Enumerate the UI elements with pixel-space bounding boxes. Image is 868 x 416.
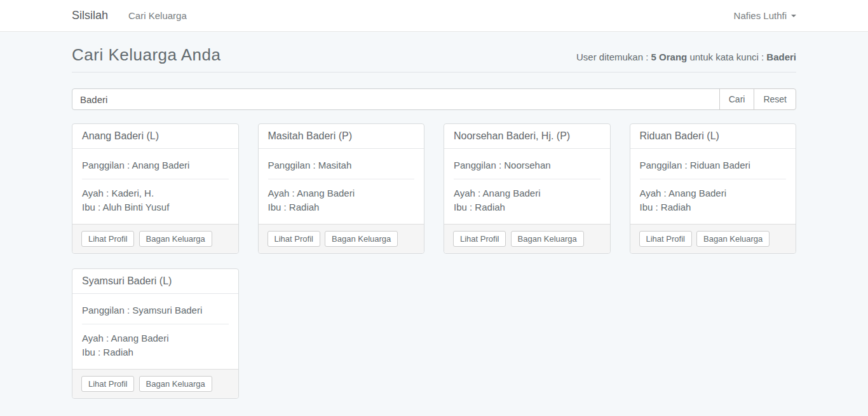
- divider: [454, 179, 600, 179]
- person-card: Riduan Baderi (L) Panggilan : Riduan Bad…: [630, 123, 797, 254]
- family-chart-button[interactable]: Bagan Keluarga: [325, 231, 398, 247]
- family-chart-button[interactable]: Bagan Keluarga: [139, 231, 212, 247]
- mother-value: Radiah: [661, 202, 691, 212]
- father-label: Ayah :: [640, 188, 669, 198]
- mother-label: Ibu :: [82, 347, 103, 357]
- person-card: Syamsuri Baderi (L) Panggilan : Syamsuri…: [72, 268, 239, 399]
- person-card-header: Noorsehan Baderi, Hj. (P): [444, 124, 610, 149]
- person-name: Riduan Baderi (L): [640, 130, 719, 141]
- mother-value: Radiah: [103, 347, 133, 357]
- nickname-value: Anang Baderi: [132, 160, 189, 170]
- nav-link-cari-keluarga[interactable]: Cari Keluarga: [128, 10, 187, 21]
- nickname-label: Panggilan :: [268, 160, 318, 170]
- mother-value: Radiah: [475, 202, 505, 212]
- person-card-footer: Lihat Profil Bagan Keluarga: [72, 369, 238, 398]
- family-chart-button[interactable]: Bagan Keluarga: [696, 231, 770, 247]
- nickname-label: Panggilan :: [454, 160, 504, 170]
- father-value: Anang Baderi: [668, 188, 726, 198]
- search-reset-button[interactable]: Reset: [754, 88, 796, 110]
- search-input[interactable]: [72, 88, 720, 110]
- result-summary-middle: untuk kata kunci :: [687, 52, 766, 62]
- mother-label: Ibu :: [82, 202, 103, 212]
- mother-label: Ibu :: [268, 202, 289, 212]
- user-name: Nafies Luthfi: [734, 10, 787, 21]
- person-card: Anang Baderi (L) Panggilan : Anang Bader…: [72, 123, 239, 254]
- result-summary-prefix: User ditemukan :: [576, 52, 651, 62]
- navbar-right: Nafies Luthfi: [734, 10, 796, 21]
- results-grid: Anang Baderi (L) Panggilan : Anang Bader…: [72, 123, 796, 416]
- father-value: Kaderi, H.: [111, 188, 154, 198]
- nickname-label: Panggilan :: [82, 160, 132, 170]
- user-menu[interactable]: Nafies Luthfi: [734, 10, 796, 21]
- person-card-footer: Lihat Profil Bagan Keluarga: [72, 224, 238, 253]
- mother-value: Radiah: [289, 202, 320, 212]
- divider: [82, 179, 229, 179]
- person-card-header: Riduan Baderi (L): [630, 124, 796, 149]
- father-label: Ayah :: [82, 333, 111, 343]
- result-summary: User ditemukan : 5 Orang untuk kata kunc…: [576, 52, 796, 62]
- person-card: Noorsehan Baderi, Hj. (P) Panggilan : No…: [444, 123, 611, 254]
- person-card-footer: Lihat Profil Bagan Keluarga: [444, 224, 610, 253]
- family-chart-button[interactable]: Bagan Keluarga: [511, 231, 584, 247]
- father-value: Anang Baderi: [297, 188, 355, 198]
- page-header: Cari Keluarga Anda User ditemukan : 5 Or…: [72, 45, 796, 73]
- divider: [268, 179, 415, 179]
- father-label: Ayah :: [454, 188, 483, 198]
- father-label: Ayah :: [268, 188, 297, 198]
- view-profile-button[interactable]: Lihat Profil: [268, 231, 320, 247]
- brand-link[interactable]: Silsilah: [72, 9, 108, 22]
- mother-label: Ibu :: [640, 202, 661, 212]
- person-name: Masitah Baderi (P): [268, 130, 353, 141]
- father-value: Anang Baderi: [111, 333, 169, 343]
- result-keyword: Baderi: [766, 52, 796, 62]
- view-profile-button[interactable]: Lihat Profil: [639, 231, 692, 247]
- search-submit-button[interactable]: Cari: [719, 88, 755, 110]
- view-profile-button[interactable]: Lihat Profil: [81, 231, 134, 247]
- result-count: 5 Orang: [651, 52, 688, 62]
- person-card: Masitah Baderi (P) Panggilan : Masitah A…: [258, 123, 425, 254]
- person-card-header: Masitah Baderi (P): [259, 124, 424, 149]
- search-bar: Cari Reset: [72, 88, 796, 110]
- person-card-header: Syamsuri Baderi (L): [72, 269, 238, 294]
- person-name: Noorsehan Baderi, Hj. (P): [454, 130, 570, 141]
- father-label: Ayah :: [82, 188, 111, 198]
- mother-label: Ibu :: [454, 202, 475, 212]
- nickname-value: Noorsehan: [504, 160, 550, 170]
- nickname-label: Panggilan :: [82, 305, 132, 315]
- view-profile-button[interactable]: Lihat Profil: [453, 231, 506, 247]
- nickname-value: Syamsuri Baderi: [132, 305, 202, 315]
- nickname-value: Riduan Baderi: [690, 160, 750, 170]
- person-card-footer: Lihat Profil Bagan Keluarga: [630, 224, 796, 253]
- person-card-body: Panggilan : Noorsehan Ayah : Anang Bader…: [444, 149, 610, 224]
- divider: [640, 179, 787, 179]
- person-name: Syamsuri Baderi (L): [82, 275, 172, 286]
- family-chart-button[interactable]: Bagan Keluarga: [139, 376, 212, 392]
- caret-down-icon: [791, 15, 796, 17]
- person-card-body: Panggilan : Riduan Baderi Ayah : Anang B…: [630, 149, 796, 224]
- person-card-body: Panggilan : Masitah Ayah : Anang Baderi …: [259, 149, 424, 224]
- person-card-header: Anang Baderi (L): [72, 124, 238, 149]
- person-card-body: Panggilan : Anang Baderi Ayah : Kaderi, …: [72, 149, 238, 224]
- person-card-body: Panggilan : Syamsuri Baderi Ayah : Anang…: [72, 294, 238, 369]
- divider: [82, 324, 229, 324]
- mother-value: Aluh Binti Yusuf: [103, 202, 170, 212]
- person-name: Anang Baderi (L): [82, 130, 159, 141]
- father-value: Anang Baderi: [483, 188, 541, 198]
- nickname-value: Masitah: [318, 160, 352, 170]
- page-title: Cari Keluarga Anda: [72, 45, 220, 65]
- navbar: Silsilah Cari Keluarga Nafies Luthfi: [0, 0, 868, 32]
- nickname-label: Panggilan :: [640, 160, 690, 170]
- view-profile-button[interactable]: Lihat Profil: [81, 376, 134, 392]
- person-card-footer: Lihat Profil Bagan Keluarga: [259, 224, 424, 253]
